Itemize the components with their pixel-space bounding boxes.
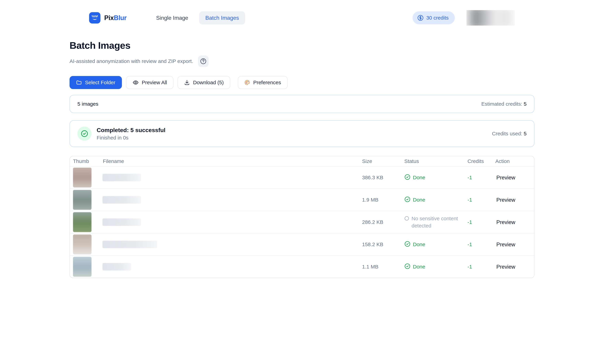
app-header: PixBlur Single Image Batch Images 30 cre…: [0, 0, 604, 36]
file-size: 158.2 KB: [359, 242, 402, 247]
table-row: 1.1 MB Done -1 Preview: [70, 255, 534, 278]
filename-redacted: [102, 174, 141, 181]
table-row: 286.2 KB No sensitive content detected -…: [70, 211, 534, 233]
check-circle-icon: [404, 174, 411, 180]
images-count: 5 images: [77, 101, 98, 107]
credits-delta: -1: [465, 175, 492, 181]
credits-used: Credits used:5: [492, 131, 527, 136]
status-cell: Done: [404, 241, 465, 248]
preview-link[interactable]: Preview: [496, 175, 515, 181]
question-circle-icon: [200, 58, 207, 64]
success-badge: [77, 127, 91, 141]
brand-wordmark: PixBlur: [104, 14, 126, 22]
folder-icon: [76, 80, 82, 85]
image-thumbnail-redacted: [73, 190, 91, 210]
column-size: Size: [359, 158, 402, 164]
file-size: 1.1 MB: [359, 264, 402, 270]
nav-batch-images[interactable]: Batch Images: [199, 11, 245, 24]
estimated-credits: Estimated credits: 5: [481, 101, 527, 107]
column-thumb: Thumb: [70, 158, 100, 164]
palette-icon: [244, 80, 250, 85]
check-circle-icon: [404, 241, 411, 247]
credits-badge[interactable]: 30 credits: [413, 11, 455, 24]
filename-redacted: [102, 196, 141, 204]
filename-redacted: [102, 263, 131, 270]
select-folder-button[interactable]: Select Folder: [70, 76, 122, 89]
empty-circle-icon: [404, 216, 409, 221]
status-cell: Done: [404, 174, 465, 181]
download-button[interactable]: Download (5): [177, 76, 230, 89]
check-circle-icon: [404, 263, 411, 269]
preferences-button[interactable]: Preferences: [238, 76, 288, 89]
batch-summary-bar: 5 images Estimated credits: 5: [70, 95, 534, 113]
check-circle-icon: [404, 196, 411, 202]
page-title: Batch Images: [70, 40, 534, 51]
preview-link[interactable]: Preview: [496, 242, 515, 248]
file-size: 286.2 KB: [359, 219, 402, 225]
status-cell: No sensitive content detected: [404, 215, 465, 229]
file-size: 386.3 KB: [359, 175, 402, 181]
eye-icon: [133, 79, 139, 85]
status-title: Completed: 5 successful: [97, 127, 165, 133]
preview-all-button[interactable]: Preview All: [126, 76, 174, 89]
results-table: Thumb Filename Size Status Credits Actio…: [70, 156, 534, 278]
table-row: 1.9 MB Done -1 Preview: [70, 189, 534, 211]
download-icon: [184, 80, 190, 85]
table-header-row: Thumb Filename Size Status Credits Actio…: [70, 156, 534, 166]
image-thumbnail-redacted: [73, 168, 91, 187]
nav-single-image[interactable]: Single Image: [150, 11, 194, 24]
status-cell: Done: [404, 196, 465, 204]
status-cell: Done: [404, 263, 465, 270]
image-thumbnail-redacted: [73, 257, 91, 277]
column-action: Action: [492, 158, 534, 164]
dollar-circle-icon: [417, 15, 424, 21]
column-filename: Filename: [100, 158, 359, 164]
check-circle-icon: [81, 130, 88, 137]
table-row: 158.2 KB Done -1 Preview: [70, 233, 534, 255]
column-credits: Credits: [465, 158, 492, 164]
preview-link[interactable]: Preview: [496, 219, 515, 225]
credits-delta: -1: [465, 197, 492, 203]
table-row: 386.3 KB Done -1 Preview: [70, 166, 534, 189]
main-nav: Single Image Batch Images: [150, 11, 245, 24]
credits-delta: -1: [465, 264, 492, 270]
column-status: Status: [402, 158, 465, 164]
credits-delta: -1: [465, 219, 492, 225]
image-thumbnail-redacted: [73, 234, 91, 255]
credits-delta: -1: [465, 242, 492, 247]
preview-link[interactable]: Preview: [496, 197, 515, 203]
completion-status-bar: Completed: 5 successful Finished in 0s C…: [70, 120, 534, 147]
toolbar: Select Folder Preview All Download (5): [70, 76, 534, 89]
status-subtitle: Finished in 0s: [97, 135, 165, 141]
filename-redacted: [102, 218, 141, 226]
page-subtitle: AI-assisted anonymization with review an…: [70, 58, 193, 64]
file-size: 1.9 MB: [359, 197, 402, 203]
help-button[interactable]: [198, 55, 209, 67]
user-account-redacted[interactable]: [466, 10, 515, 25]
preview-link[interactable]: Preview: [496, 264, 515, 270]
filename-redacted: [102, 241, 157, 248]
image-thumbnail-redacted: [73, 212, 91, 232]
pixblur-logo-icon: [89, 12, 101, 24]
